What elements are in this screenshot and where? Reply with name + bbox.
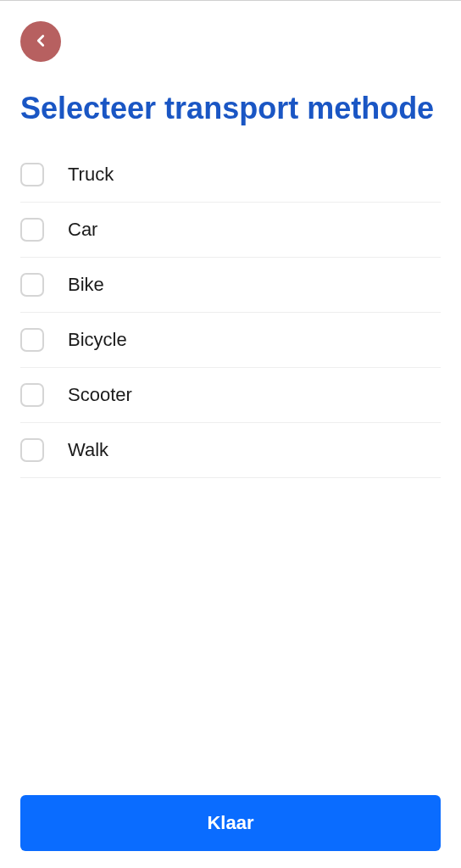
transport-option-list: Truck Car Bike Bicycle Scooter Walk [0, 147, 461, 478]
list-item[interactable]: Bike [20, 258, 441, 313]
done-button[interactable]: Klaar [20, 795, 441, 851]
back-button[interactable] [20, 21, 61, 62]
checkbox-truck[interactable] [20, 163, 44, 186]
checkbox-bicycle[interactable] [20, 328, 44, 352]
list-item[interactable]: Bicycle [20, 313, 441, 368]
list-item[interactable]: Car [20, 203, 441, 258]
list-item-label: Truck [68, 164, 114, 186]
checkbox-car[interactable] [20, 218, 44, 242]
checkbox-walk[interactable] [20, 438, 44, 462]
list-item-label: Walk [68, 439, 108, 461]
list-item[interactable]: Walk [20, 423, 441, 478]
list-item-label: Car [68, 219, 97, 241]
chevron-left-icon [31, 31, 50, 53]
list-item-label: Bike [68, 274, 104, 296]
list-item[interactable]: Truck [20, 147, 441, 203]
list-item-label: Scooter [68, 384, 132, 406]
list-item[interactable]: Scooter [20, 368, 441, 423]
page-title: Selecteer transport methode [0, 62, 461, 147]
list-item-label: Bicycle [68, 329, 127, 351]
checkbox-bike[interactable] [20, 273, 44, 297]
checkbox-scooter[interactable] [20, 383, 44, 407]
